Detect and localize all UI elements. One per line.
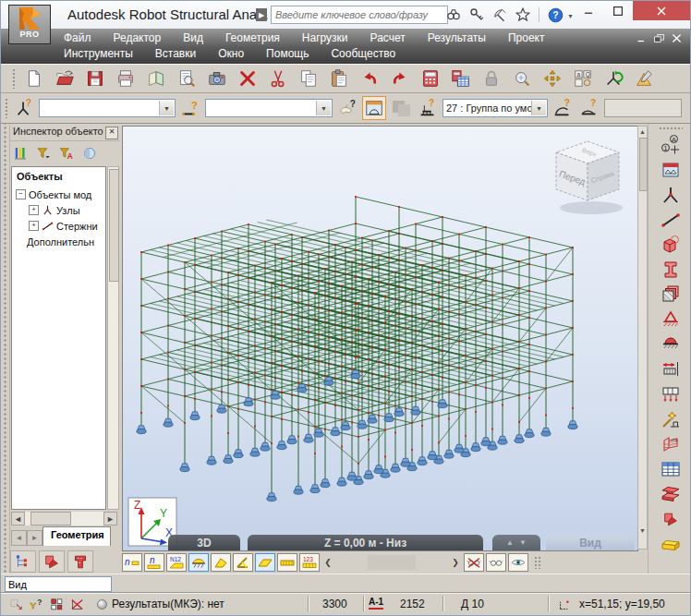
members-3d-button[interactable] xyxy=(657,482,685,506)
menu-tools[interactable]: Инструменты xyxy=(64,47,133,60)
supports-button[interactable] xyxy=(657,308,685,332)
bar-selection-icon[interactable]: ? xyxy=(178,96,202,120)
beam-3d-button[interactable] xyxy=(657,532,685,556)
expand-icon[interactable]: + xyxy=(29,205,39,215)
close-button[interactable] xyxy=(633,1,690,20)
strip-scrollbar[interactable] xyxy=(336,555,447,570)
strip-scroll-left-icon[interactable]: ❮ xyxy=(321,554,334,571)
sections-button[interactable] xyxy=(657,258,685,282)
combo-arrow-icon[interactable]: ▼ xyxy=(316,101,331,115)
combo-arrow-icon[interactable]: ▼ xyxy=(159,101,174,115)
favorites-icon[interactable] xyxy=(513,5,533,25)
axes-off-icon[interactable] xyxy=(67,595,86,613)
paste-button[interactable] xyxy=(325,66,352,91)
load-values-toggle[interactable]: 123 xyxy=(299,553,320,572)
calculate-button[interactable] xyxy=(417,66,443,91)
calculation-report-button[interactable] xyxy=(447,66,474,91)
hide-attributes-icon[interactable] xyxy=(464,553,484,572)
columns-icon[interactable] xyxy=(10,143,30,163)
inspector-vertical-scrollbar[interactable] xyxy=(107,166,119,510)
search-icon[interactable] xyxy=(443,5,464,25)
menu-window[interactable]: Окно xyxy=(218,47,244,60)
key-icon[interactable] xyxy=(467,5,487,25)
menu-inserts[interactable]: Вставки xyxy=(155,47,196,60)
axis-definition-button[interactable]: 1A xyxy=(657,133,685,157)
structure-model-button[interactable] xyxy=(657,432,685,456)
load-selection-icon[interactable]: ? xyxy=(551,96,575,120)
inspector-horizontal-scrollbar[interactable]: ◄ ► xyxy=(11,512,117,525)
tab-3d[interactable]: 3D xyxy=(168,535,240,550)
viewport-3d[interactable]: Перед Справа Верх Z Y X xyxy=(122,126,638,551)
menu-geometry[interactable]: Геометрия xyxy=(225,31,280,44)
menu-results[interactable]: Результаты xyxy=(428,31,486,44)
mdi-restore-icon[interactable] xyxy=(653,32,665,44)
filter-by-name-icon[interactable]: A xyxy=(56,143,77,163)
app-logo[interactable]: PRO xyxy=(8,5,51,44)
tables-button[interactable] xyxy=(657,457,685,481)
panel-numbers-toggle[interactable]: N12 xyxy=(166,553,187,572)
show-attributes-icon[interactable] xyxy=(486,553,506,572)
collapse-icon[interactable]: − xyxy=(16,189,26,199)
object-flag-button[interactable] xyxy=(657,507,685,531)
menu-project[interactable]: Проект xyxy=(508,31,545,44)
scroll-left-icon[interactable]: ◄ xyxy=(11,512,25,525)
scroll-right-icon[interactable]: ► xyxy=(103,512,117,525)
node-selection-icon[interactable]: ? xyxy=(12,96,36,120)
menu-view[interactable]: Вид xyxy=(183,31,203,44)
dock-strip[interactable] xyxy=(1,124,10,574)
structural-model-canvas[interactable]: Перед Справа Верх Z Y X xyxy=(123,127,637,550)
tab-level[interactable]: Z = 0,00 м - Низ xyxy=(248,535,483,550)
grid-toggle-icon[interactable] xyxy=(47,595,66,613)
level-spinner[interactable]: ▲▼ xyxy=(492,535,540,550)
menu-help[interactable]: Помощь xyxy=(266,47,309,60)
loads-toggle[interactable] xyxy=(277,553,297,572)
panels-toggle[interactable] xyxy=(255,553,275,572)
hierarchy-icon[interactable] xyxy=(10,550,36,573)
measure-button[interactable] xyxy=(630,66,657,91)
open-button[interactable] xyxy=(51,66,78,91)
cut-button[interactable] xyxy=(264,66,291,91)
scrollbar-thumb[interactable] xyxy=(109,169,119,282)
scrollbar-thumb[interactable] xyxy=(30,512,71,525)
spin-down-icon[interactable]: ▼ xyxy=(519,538,527,547)
load-wizard-button[interactable] xyxy=(657,407,685,431)
mdi-close-icon[interactable] xyxy=(671,32,683,44)
scrollbar-thumb[interactable] xyxy=(639,138,648,191)
view-window-button[interactable] xyxy=(362,96,386,120)
bar-numbers-toggle[interactable]: n xyxy=(144,553,164,572)
load-types-button[interactable] xyxy=(657,357,685,381)
sections-shape-toggle[interactable] xyxy=(211,553,231,572)
view-name-input[interactable] xyxy=(5,576,112,592)
strip-scroll-right-icon[interactable]: ❯ xyxy=(449,554,462,571)
objects-button[interactable] xyxy=(657,233,685,257)
view-manager-button[interactable]: аQ xyxy=(569,66,596,91)
axis-query-icon[interactable]: Y? xyxy=(27,595,45,613)
fixed-supports-button[interactable] xyxy=(657,332,685,356)
maximize-button[interactable] xyxy=(603,1,633,20)
menu-analysis[interactable]: Расчет xyxy=(370,31,406,44)
delete-button[interactable] xyxy=(234,66,261,91)
viewport-vertical-scrollbar[interactable]: ▲ ▼ xyxy=(637,126,648,550)
results-status-text[interactable]: Результаты(МКЭ): нет xyxy=(112,598,224,610)
print-preview-button[interactable] xyxy=(142,66,169,91)
menu-community[interactable]: Сообщество xyxy=(331,47,395,60)
snap-settings-icon[interactable] xyxy=(6,595,25,613)
tree-item-bars[interactable]: + Стержни xyxy=(12,218,105,234)
filter-icon[interactable] xyxy=(33,143,54,163)
load-definition-button[interactable] xyxy=(657,382,685,406)
communication-center-icon[interactable] xyxy=(490,5,510,25)
scrollbar-thumb[interactable] xyxy=(368,555,416,570)
toolbar-grip[interactable] xyxy=(659,127,683,131)
node-numbering-button[interactable] xyxy=(600,66,626,91)
tree-item-model-objects[interactable]: − Объекты мод xyxy=(12,187,105,202)
a1-mode-icon[interactable]: A-1 xyxy=(369,597,383,610)
menu-file[interactable]: Файл xyxy=(64,31,91,44)
menu-edit[interactable]: Редактор xyxy=(114,31,162,44)
toolbar-grip[interactable] xyxy=(12,68,17,89)
screen-capture-button[interactable] xyxy=(203,66,230,91)
node-selection-combo[interactable]: ▼ xyxy=(39,99,176,117)
redo-button[interactable] xyxy=(386,66,413,91)
expand-icon[interactable]: + xyxy=(29,221,39,231)
help-dropdown-icon[interactable]: ▼ xyxy=(567,13,574,19)
section-view-button[interactable] xyxy=(657,158,685,182)
